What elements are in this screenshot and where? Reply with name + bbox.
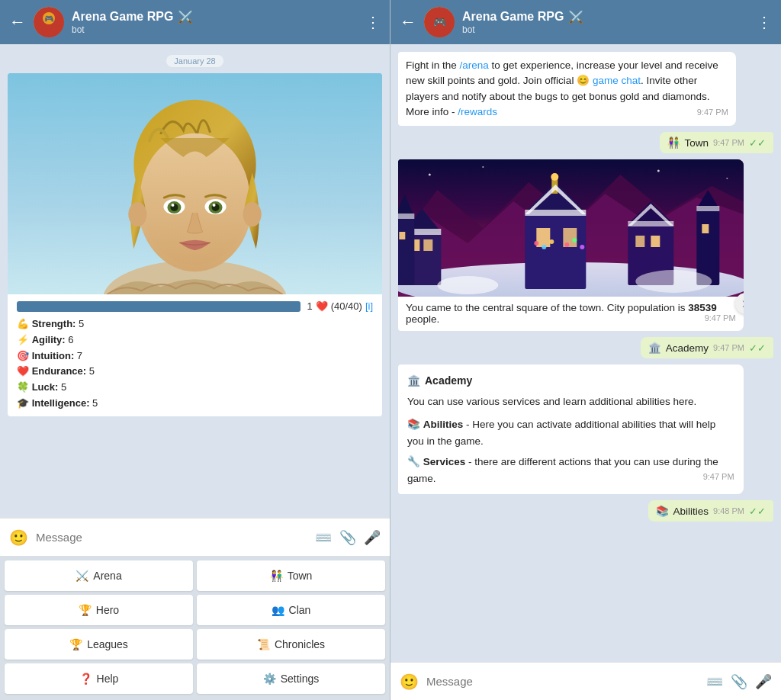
character-image bbox=[8, 73, 382, 294]
svg-rect-42 bbox=[525, 210, 586, 216]
check-marks-academy: ✓✓ bbox=[749, 342, 766, 354]
right-header-title: Arena Game RPG ⚔️ bbox=[462, 10, 749, 24]
svg-text:🎮: 🎮 bbox=[433, 16, 447, 29]
svg-point-19 bbox=[128, 202, 146, 226]
keyboard-icon[interactable]: ⌨️ bbox=[315, 529, 332, 546]
settings-icon: ⚙️ bbox=[263, 673, 276, 685]
right-input-icons: ⌨️ 📎 🎤 bbox=[706, 673, 772, 690]
settings-button[interactable]: ⚙️ Settings bbox=[197, 663, 385, 694]
town-label: Town bbox=[685, 137, 709, 149]
abilities-user-icon: 📚 bbox=[656, 505, 669, 517]
right-input-area: 🙂 ⌨️ 📎 🎤 bbox=[390, 662, 781, 700]
right-message-input[interactable] bbox=[426, 675, 699, 688]
arena-icon: ⚔️ bbox=[76, 570, 88, 582]
right-header: ← 🎮 Arena Game RPG ⚔️ bot ⋮ bbox=[390, 0, 781, 44]
svg-point-65 bbox=[580, 245, 584, 249]
help-icon: ❓ bbox=[79, 673, 92, 685]
header-info: Arena Game RPG ⚔️ bot bbox=[72, 10, 358, 35]
academy-user-icon: 🏛️ bbox=[648, 342, 661, 354]
stat-agility: ⚡ Agility: 6 bbox=[17, 332, 373, 348]
msg-time-academy-bot: 9:47 PM bbox=[703, 470, 734, 484]
level-bar bbox=[17, 301, 301, 312]
avatar: 🎮 bbox=[34, 7, 64, 37]
town-button[interactable]: 👫 Town bbox=[197, 560, 385, 591]
academy-card: 🏛️ Academy You can use various services … bbox=[398, 364, 744, 494]
help-button[interactable]: ❓ Help bbox=[5, 663, 193, 694]
check-marks-abilities: ✓✓ bbox=[749, 506, 766, 517]
svg-rect-30 bbox=[423, 239, 432, 251]
header-title: Arena Game RPG ⚔️ bbox=[72, 10, 358, 24]
left-panel: ← 🎮 Arena Game RPG ⚔️ bot ⋮ January 28 bbox=[0, 0, 390, 700]
right-header-info: Arena Game RPG ⚔️ bot bbox=[462, 10, 749, 35]
attachment-icon[interactable]: 📎 bbox=[339, 529, 356, 546]
town-description: You came to the central square of the to… bbox=[398, 297, 744, 331]
right-microphone-icon[interactable]: 🎤 bbox=[755, 673, 772, 690]
left-input-area: 🙂 ⌨️ 📎 🎤 bbox=[0, 518, 390, 556]
bot-message-arena: Fight in the /arena to get experience, i… bbox=[398, 52, 736, 126]
chronicles-button[interactable]: 📜 Chronicles bbox=[197, 629, 385, 660]
academy-abilities: 📚 Abilities - Here you can activate addi… bbox=[407, 416, 734, 449]
svg-text:🎮: 🎮 bbox=[44, 14, 54, 24]
character-card: 1 ❤️ (40/40) [i] 💪 Strength: 5 ⚡ Agility… bbox=[8, 73, 382, 416]
stats-list: 💪 Strength: 5 ⚡ Agility: 6 🎯 Intuition: … bbox=[17, 316, 373, 412]
hero-icon: 🏆 bbox=[79, 604, 92, 616]
town-image-card: You came to the central square of the to… bbox=[398, 159, 744, 331]
stat-luck: 🍀 Luck: 5 bbox=[17, 380, 373, 396]
right-panel: ← 🎮 Arena Game RPG ⚔️ bot ⋮ Fight in the… bbox=[390, 0, 781, 700]
right-avatar: 🎮 bbox=[424, 7, 455, 37]
right-emoji-button[interactable]: 🙂 bbox=[400, 673, 419, 691]
game-chat-link[interactable]: game chat bbox=[593, 75, 641, 86]
message-input[interactable] bbox=[36, 531, 307, 544]
svg-rect-34 bbox=[399, 232, 405, 239]
microphone-icon[interactable]: 🎤 bbox=[364, 529, 381, 546]
svg-point-56 bbox=[657, 170, 660, 172]
svg-point-18 bbox=[213, 204, 216, 207]
svg-point-20 bbox=[243, 202, 262, 226]
hero-button[interactable]: 🏆 Hero bbox=[5, 595, 193, 625]
right-attachment-icon[interactable]: 📎 bbox=[731, 673, 747, 690]
town-icon: 👫 bbox=[270, 570, 283, 582]
svg-point-61 bbox=[542, 245, 546, 249]
svg-point-39 bbox=[551, 173, 558, 181]
academy-label: Academy bbox=[666, 342, 709, 354]
stat-intelligence: 🎓 Intelligence: 5 bbox=[17, 396, 373, 412]
svg-point-57 bbox=[726, 178, 728, 179]
leagues-icon: 🏆 bbox=[69, 638, 82, 650]
svg-point-58 bbox=[437, 276, 498, 294]
abilities-label: Abilities bbox=[673, 506, 709, 517]
stat-intuition: 🎯 Intuition: 7 bbox=[17, 348, 373, 364]
svg-point-63 bbox=[564, 242, 569, 247]
msg-time-academy-user: 9:47 PM bbox=[713, 343, 744, 352]
header-subtitle: bot bbox=[72, 24, 358, 35]
town-image bbox=[398, 159, 744, 297]
arena-link[interactable]: /arena bbox=[460, 59, 489, 71]
academy-services: 🔧 Services - there are different actions… bbox=[407, 454, 734, 486]
svg-point-62 bbox=[549, 239, 554, 244]
emoji-button[interactable]: 🙂 bbox=[9, 528, 28, 547]
academy-body: You can use various services and learn a… bbox=[407, 393, 734, 410]
svg-point-59 bbox=[635, 270, 712, 293]
town-user-icon: 👫 bbox=[667, 136, 680, 149]
svg-point-60 bbox=[534, 241, 538, 246]
svg-rect-4 bbox=[53, 11, 58, 13]
level-info: 1 ❤️ (40/40) [i] bbox=[307, 300, 373, 312]
svg-rect-32 bbox=[398, 217, 414, 285]
academy-title-icon: 🏛️ bbox=[407, 372, 420, 389]
right-header-menu[interactable]: ⋮ bbox=[757, 13, 772, 31]
back-button[interactable]: ← bbox=[9, 12, 26, 32]
header-menu[interactable]: ⋮ bbox=[365, 13, 381, 31]
right-keyboard-icon[interactable]: ⌨️ bbox=[706, 673, 723, 690]
msg-time-1: 9:47 PM bbox=[697, 106, 728, 119]
msg-time-abilities-user: 9:48 PM bbox=[713, 506, 744, 515]
svg-rect-35 bbox=[398, 214, 414, 219]
user-message-town: 👫 Town 9:47 PM ✓✓ bbox=[660, 132, 773, 153]
right-header-subtitle: bot bbox=[462, 24, 749, 35]
right-back-button[interactable]: ← bbox=[400, 12, 416, 32]
left-chat-area: January 28 bbox=[0, 44, 390, 518]
arena-button[interactable]: ⚔️ Arena bbox=[5, 560, 193, 591]
svg-rect-36 bbox=[525, 213, 586, 289]
check-marks-town: ✓✓ bbox=[749, 137, 766, 149]
clan-button[interactable]: 👥 Clan bbox=[197, 595, 385, 625]
leagues-button[interactable]: 🏆 Leagues bbox=[5, 629, 193, 660]
rewards-link[interactable]: /rewards bbox=[458, 106, 497, 117]
